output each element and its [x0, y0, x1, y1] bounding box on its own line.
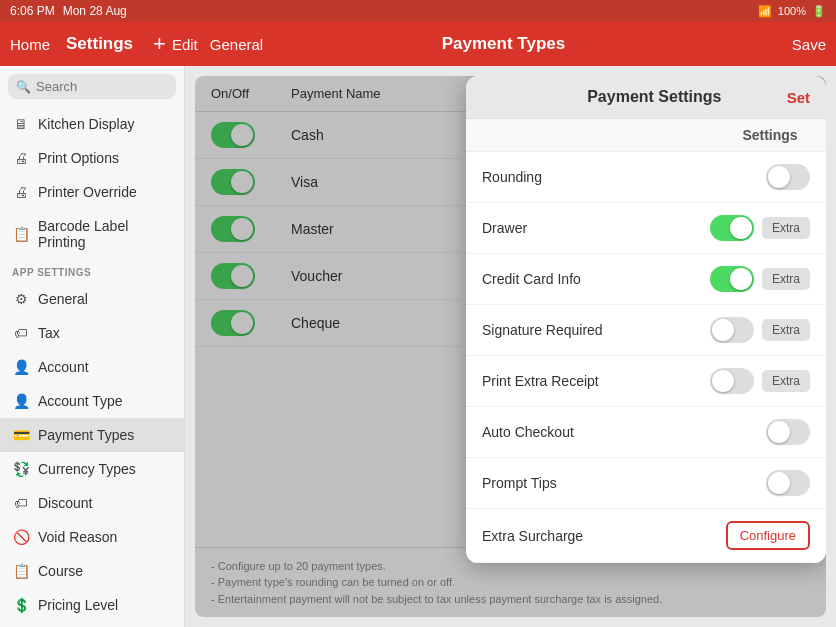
toggle-thumb-auto-checkout	[768, 421, 790, 443]
sidebar-icon-general: ⚙	[12, 291, 30, 307]
sidebar-label-void-reason: Void Reason	[38, 529, 117, 545]
popup-row-control-auto-checkout	[766, 419, 810, 445]
time: 6:06 PM	[10, 4, 55, 18]
sidebar-label-barcode-label-printing: Barcode Label Printing	[38, 218, 172, 250]
popup-row-auto-checkout: Auto Checkout	[466, 407, 826, 458]
sidebar-label-course: Course	[38, 563, 83, 579]
popup-row-control-rounding	[766, 164, 810, 190]
sidebar-label-general: General	[38, 291, 88, 307]
status-bar-right: 📶 100% 🔋	[758, 5, 826, 18]
home-button[interactable]: Home	[10, 36, 50, 53]
sidebar-item-discount[interactable]: 🏷Discount	[0, 486, 184, 520]
popup-row-control-prompt-tips	[766, 470, 810, 496]
search-box[interactable]: 🔍	[8, 74, 176, 99]
save-button[interactable]: Save	[792, 36, 826, 53]
sidebar: 🔍 🖥Kitchen Display🖨Print Options🖨Printer…	[0, 66, 185, 627]
sidebar-item-general[interactable]: ⚙General	[0, 282, 184, 316]
sidebar-label-printer-override: Printer Override	[38, 184, 137, 200]
popup-row-prompt-tips: Prompt Tips	[466, 458, 826, 509]
popup-row-control-credit-card-info: Extra	[710, 266, 810, 292]
popup-title: Payment Settings	[522, 88, 787, 106]
sidebar-icon-payment-types: 💳	[12, 427, 30, 443]
edit-button[interactable]: Edit	[172, 36, 198, 53]
sidebar-item-course[interactable]: 📋Course	[0, 554, 184, 588]
settings-title: Settings	[66, 34, 133, 54]
sidebar-item-top-up-tier[interactable]: ⬆Top Up Tier	[0, 622, 184, 627]
popup-row-label-rounding: Rounding	[482, 169, 766, 185]
sidebar-app-items: ⚙General🏷Tax👤Account👤Account Type💳Paymen…	[0, 282, 184, 627]
content-panel: On/Off Payment Name Cash Visa Master	[195, 76, 826, 617]
sidebar-item-print-options[interactable]: 🖨Print Options	[0, 141, 184, 175]
popup-rows: Rounding Drawer Extra Credit Card Info E…	[466, 152, 826, 563]
status-bar-left: 6:06 PM Mon 28 Aug	[10, 4, 127, 18]
configure-button-extra-surcharge[interactable]: Configure	[726, 521, 810, 550]
extra-button-signature-required[interactable]: Extra	[762, 319, 810, 341]
sidebar-item-barcode-label-printing[interactable]: 📋Barcode Label Printing	[0, 209, 184, 259]
popup-row-signature-required: Signature Required Extra	[466, 305, 826, 356]
toggle-credit-card-info[interactable]	[710, 266, 754, 292]
sidebar-item-payment-types[interactable]: 💳Payment Types	[0, 418, 184, 452]
toggle-prompt-tips[interactable]	[766, 470, 810, 496]
sidebar-icon-print-options: 🖨	[12, 150, 30, 166]
sidebar-label-payment-types: Payment Types	[38, 427, 134, 443]
sidebar-item-account[interactable]: 👤Account	[0, 350, 184, 384]
add-button[interactable]: +	[153, 31, 166, 57]
popup-row-drawer: Drawer Extra	[466, 203, 826, 254]
sidebar-icon-printer-override: 🖨	[12, 184, 30, 200]
sidebar-icon-account-type: 👤	[12, 393, 30, 409]
payment-settings-popup: Payment Settings Set Settings Rounding D…	[466, 76, 826, 563]
popup-row-label-extra-surcharge: Extra Surcharge	[482, 528, 726, 544]
settings-column-label: Settings	[730, 127, 810, 143]
sidebar-icon-barcode-label-printing: 📋	[12, 226, 30, 242]
sidebar-label-account-type: Account Type	[38, 393, 123, 409]
sidebar-label-tax: Tax	[38, 325, 60, 341]
sidebar-top-items: 🖥Kitchen Display🖨Print Options🖨Printer O…	[0, 107, 184, 259]
sidebar-item-void-reason[interactable]: 🚫Void Reason	[0, 520, 184, 554]
sidebar-label-discount: Discount	[38, 495, 92, 511]
popup-row-print-extra-receipt: Print Extra Receipt Extra	[466, 356, 826, 407]
sidebar-label-print-options: Print Options	[38, 150, 119, 166]
toggle-rounding[interactable]	[766, 164, 810, 190]
search-icon: 🔍	[16, 80, 31, 94]
battery-level: 100%	[778, 5, 806, 17]
sidebar-item-account-type[interactable]: 👤Account Type	[0, 384, 184, 418]
sidebar-item-kitchen-display[interactable]: 🖥Kitchen Display	[0, 107, 184, 141]
toggle-auto-checkout[interactable]	[766, 419, 810, 445]
popup-row-control-print-extra-receipt: Extra	[710, 368, 810, 394]
popup-set-button[interactable]: Set	[787, 89, 810, 106]
toggle-thumb-print-extra-receipt	[712, 370, 734, 392]
sidebar-icon-kitchen-display: 🖥	[12, 116, 30, 132]
toggle-drawer[interactable]	[710, 215, 754, 241]
sidebar-item-tax[interactable]: 🏷Tax	[0, 316, 184, 350]
popup-row-label-drawer: Drawer	[482, 220, 710, 236]
search-input[interactable]	[36, 79, 168, 94]
main-content: On/Off Payment Name Cash Visa Master	[185, 66, 836, 627]
popup-row-control-extra-surcharge: Configure	[726, 521, 810, 550]
popup-row-extra-surcharge: Extra Surcharge Configure	[466, 509, 826, 563]
sidebar-label-kitchen-display: Kitchen Display	[38, 116, 135, 132]
popup-row-credit-card-info: Credit Card Info Extra	[466, 254, 826, 305]
popup-row-control-signature-required: Extra	[710, 317, 810, 343]
battery-icon: 🔋	[812, 5, 826, 18]
toggle-print-extra-receipt[interactable]	[710, 368, 754, 394]
extra-button-print-extra-receipt[interactable]: Extra	[762, 370, 810, 392]
toggle-thumb-credit-card-info	[730, 268, 752, 290]
sidebar-item-printer-override[interactable]: 🖨Printer Override	[0, 175, 184, 209]
status-bar: 6:06 PM Mon 28 Aug 📶 100% 🔋	[0, 0, 836, 22]
sidebar-item-pricing-level[interactable]: 💲Pricing Level	[0, 588, 184, 622]
popup-row-control-drawer: Extra	[710, 215, 810, 241]
toggle-signature-required[interactable]	[710, 317, 754, 343]
sidebar-icon-pricing-level: 💲	[12, 597, 30, 613]
sidebar-label-pricing-level: Pricing Level	[38, 597, 118, 613]
sidebar-icon-currency-types: 💱	[12, 461, 30, 477]
date: Mon 28 Aug	[63, 4, 127, 18]
sidebar-item-currency-types[interactable]: 💱Currency Types	[0, 452, 184, 486]
toggle-thumb-prompt-tips	[768, 472, 790, 494]
extra-button-drawer[interactable]: Extra	[762, 217, 810, 239]
popup-row-rounding: Rounding	[466, 152, 826, 203]
nav-bar: Home Settings + Edit General Payment Typ…	[0, 22, 836, 66]
sidebar-icon-tax: 🏷	[12, 325, 30, 341]
sidebar-label-currency-types: Currency Types	[38, 461, 136, 477]
popup-row-label-auto-checkout: Auto Checkout	[482, 424, 766, 440]
extra-button-credit-card-info[interactable]: Extra	[762, 268, 810, 290]
